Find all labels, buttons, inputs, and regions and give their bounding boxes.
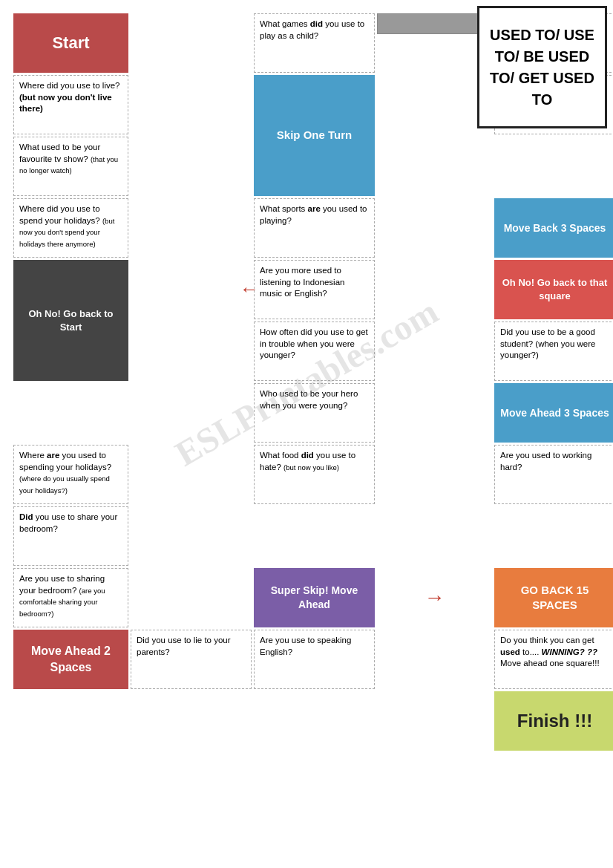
empty-cell-5-9: [494, 506, 613, 566]
cell-text: What sports are you used to playing?: [260, 203, 369, 226]
move-ahead-2-cell-1-11: Move Ahead 2 Spaces: [13, 630, 128, 689]
cell-label: Move Back 3 Spaces: [504, 221, 606, 235]
cell-text: Did you use to share your bedroom?: [19, 512, 122, 535]
question-small-cell-1-9: Did you use to share your bedroom?: [13, 506, 128, 566]
move-ahead-3-cell-5-7: Move Ahead 3 Spaces: [494, 383, 613, 443]
cell-text: Where did you use to spend your holidays…: [19, 203, 122, 249]
empty-cell-1-12: [13, 691, 128, 751]
empty-cell-2-6: [131, 322, 252, 381]
cell-text: Where did you use to live?(but now you d…: [19, 80, 122, 115]
empty-cell-2-9: [131, 506, 252, 566]
board: ESLPrintables.com StartWhat games did yo…: [0, 0, 613, 764]
title-text: USED TO/ USE TO/ BE USED TO/ GET USED TO: [488, 25, 596, 111]
cell-label: Oh No! Go back to that square: [499, 276, 610, 302]
empty-cell-4-12: [377, 691, 492, 751]
cell-text: Are you more used to listening to Indone…: [260, 265, 369, 300]
cell-text: Did you use to lie to your parents?: [137, 635, 246, 658]
question-arrow-cell-3-5: Are you more used to listening to Indone…: [254, 260, 375, 319]
cell-label: Finish !!!: [517, 709, 592, 733]
question-cell-1-10: Are you use to sharing your bedroom? (ar…: [13, 568, 128, 627]
cell-label: Start: [52, 32, 89, 54]
empty-cell-5-3: [494, 137, 613, 196]
cell-text: What games did you use to play as a chil…: [260, 19, 369, 42]
empty-cell-3-9: [254, 506, 375, 566]
empty-cell-4-9: [377, 506, 492, 566]
empty-cell-4-8: [377, 445, 492, 504]
question-cell-3-1: What games did you use to play as a chil…: [254, 13, 375, 73]
empty-cell-4-10: [377, 568, 492, 627]
cell-text: How often did you use to get in trouble …: [260, 327, 369, 362]
empty-cell-3-12: [254, 691, 375, 751]
empty-cell-2-5: [131, 260, 252, 319]
skip-cell-3-2: Skip One Turn: [254, 75, 375, 196]
cell-text: Where are you used to spending your holi…: [19, 450, 122, 496]
empty-cell-4-4: [377, 198, 492, 258]
empty-cell-2-2: [131, 75, 252, 134]
question-cell-3-4: What sports are you used to playing?: [254, 198, 375, 258]
empty-cell-4-6: [377, 322, 492, 381]
question-cell-3-7: Who used to be your hero when you were y…: [254, 383, 375, 443]
empty-cell-2-12: [131, 691, 252, 751]
question-cell-1-2: Where did you use to live?(but now you d…: [13, 75, 128, 134]
empty-cell-2-8: [131, 445, 252, 504]
cell-text: Did you use to be a good student? (when …: [500, 327, 609, 362]
cell-label: Skip One Turn: [277, 128, 352, 143]
empty-cell-2-7: [131, 383, 252, 443]
question-cell-5-8: Are you used to working hard?: [494, 445, 613, 504]
question-cell-3-6: How often did you use to get in trouble …: [254, 322, 375, 381]
empty-cell-2-4: [131, 198, 252, 258]
question-winning-cell-5-11: Do you think you can get used to.... WIN…: [494, 630, 613, 689]
empty-cell-4-7: [377, 383, 492, 443]
empty-cell-1-7: [13, 383, 128, 443]
cell-label: Oh No! Go back to Start: [19, 307, 123, 333]
empty-cell-2-1: [131, 13, 252, 73]
empty-cell-2-3: [131, 137, 252, 196]
question-cell-1-4: Where did you use to spend your holidays…: [13, 198, 128, 258]
oh-no-cell-5-5: Oh No! Go back to that square: [494, 260, 613, 319]
oh-no-start-cell-1-5: Oh No! Go back to Start: [13, 260, 128, 381]
empty-cell-4-3: [377, 137, 492, 196]
question-cell-3-8: What food did you use to hate? (but now …: [254, 445, 375, 504]
question-cell-5-6: Did you use to be a good student? (when …: [494, 322, 613, 381]
cell-label: Move Ahead 3 Spaces: [500, 406, 609, 420]
empty-cell-2-10: [131, 568, 252, 627]
cell-text: Are you use to speaking English?: [260, 635, 369, 658]
cell-text: Who used to be your hero when you were y…: [260, 388, 369, 411]
question-cell-2-11: Did you use to lie to your parents?: [131, 630, 252, 689]
move-back-cell-5-4: Move Back 3 Spaces: [494, 198, 613, 258]
question-cell-3-11: Are you use to speaking English?: [254, 630, 375, 689]
question-cell-1-3: What used to be your favourite tv show? …: [13, 137, 128, 196]
go-back-15-cell-5-10: GO BACK 15 SPACES: [494, 568, 613, 627]
super-skip-cell-3-10: Super Skip! Move Ahead: [254, 568, 375, 627]
gray-bar-cell-4-1: [377, 13, 492, 34]
cell-text: Do you think you can get used to.... WIN…: [500, 635, 609, 670]
cell-text: What food did you use to hate? (but now …: [260, 450, 369, 473]
cell-label: Move Ahead 2 Spaces: [19, 643, 123, 675]
cell-text: Are you use to sharing your bedroom? (ar…: [19, 573, 122, 619]
cell-label: Super Skip! Move Ahead: [259, 584, 370, 612]
cell-label: GO BACK 15 SPACES: [499, 583, 610, 613]
empty-cell-4-2: [377, 75, 492, 134]
empty-cell-4-5: [377, 260, 492, 319]
cell-text: Are you used to working hard?: [500, 450, 609, 473]
empty-cell-4-11: [377, 630, 492, 689]
cell-text: What used to be your favourite tv show? …: [19, 142, 122, 177]
start-cell-1-1: Start: [13, 13, 128, 73]
title-cell: USED TO/ USE TO/ BE USED TO/ GET USED TO: [477, 6, 607, 128]
question-cell-1-8: Where are you used to spending your holi…: [13, 445, 128, 504]
finish-cell-5-12: Finish !!!: [494, 691, 613, 751]
